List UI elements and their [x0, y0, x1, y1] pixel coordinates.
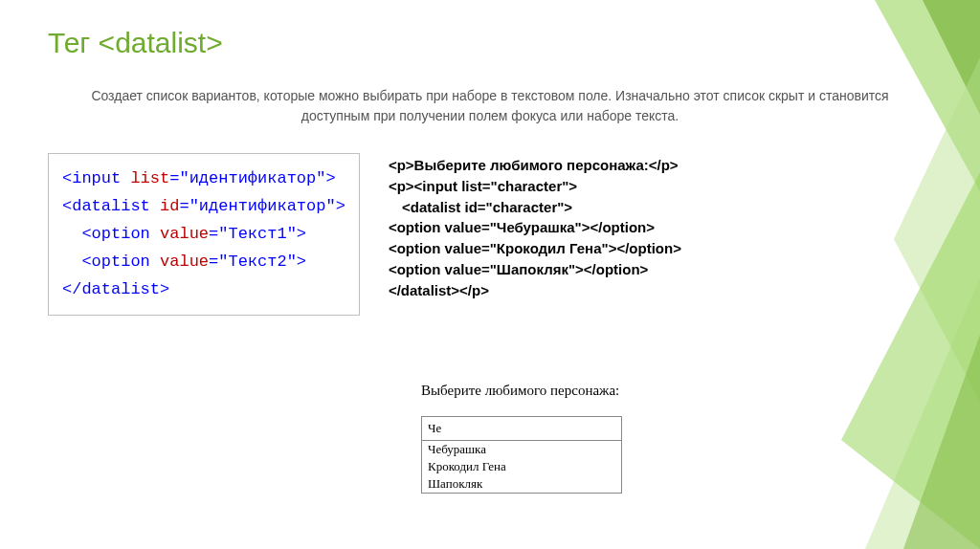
code-line: <p>Выберите любимого персонажа:</p>: [389, 155, 681, 176]
code-token: ">: [287, 253, 306, 271]
code-token: =": [209, 253, 228, 271]
code-line: <datalist id="character">: [398, 197, 681, 218]
code-token: <datalist: [62, 197, 160, 215]
example-code: <p>Выберите любимого персонажа:</p> <p><…: [389, 153, 681, 300]
code-token: =": [169, 169, 189, 187]
title-tag: <datalist>: [99, 27, 223, 58]
svg-marker-4: [903, 335, 980, 549]
description-text: Создает список вариантов, которые можно …: [86, 86, 894, 126]
code-token: ">: [325, 197, 345, 215]
demo-input[interactable]: Че: [422, 417, 621, 441]
title-prefix: Тег: [48, 27, 99, 58]
code-token: <option: [62, 225, 160, 243]
demo-label: Выберите любимого персонажа:: [421, 383, 622, 399]
syntax-box: <input list="идентификатор"> <datalist i…: [48, 153, 360, 316]
code-token: ">: [287, 225, 306, 243]
code-token: list: [130, 169, 169, 187]
code-token: value: [160, 253, 209, 271]
code-token: =": [209, 225, 228, 243]
code-line: </datalist></p>: [389, 280, 681, 301]
code-token: Текст1: [228, 225, 286, 243]
code-line: <option value="Шапокляк"></option>: [389, 259, 681, 280]
code-token: <input: [62, 169, 130, 187]
code-token: <option: [62, 253, 160, 271]
code-token: идентификатор: [189, 169, 317, 187]
code-token: =": [179, 197, 198, 215]
code-token: id: [160, 197, 179, 215]
demo-option-list: Чебурашка Крокодил Гена Шапокляк: [422, 441, 621, 493]
code-token: value: [160, 225, 209, 243]
code-line: <p><input list="character">: [389, 176, 681, 197]
demo-option[interactable]: Крокодил Гена: [422, 458, 621, 475]
demo-combo: Че Чебурашка Крокодил Гена Шапокляк: [421, 416, 622, 494]
demo-area: Выберите любимого персонажа: Че Чебурашк…: [421, 383, 622, 494]
code-line: <option value="Крокодил Гена"></option>: [389, 238, 681, 259]
slide-title: Тег <datalist>: [48, 27, 932, 59]
code-line: <option value="Чебурашка"></option>: [389, 217, 681, 238]
code-token: ">: [316, 169, 335, 187]
code-token: </datalist>: [62, 280, 169, 298]
content-row: <input list="идентификатор"> <datalist i…: [48, 153, 932, 316]
slide: Тег <datalist> Создает список вариантов,…: [0, 0, 980, 549]
demo-option[interactable]: Шапокляк: [422, 475, 621, 493]
demo-option[interactable]: Чебурашка: [422, 441, 621, 458]
code-token: Текст2: [228, 253, 286, 271]
code-token: идентификатор: [199, 197, 326, 215]
svg-marker-5: [865, 277, 980, 549]
